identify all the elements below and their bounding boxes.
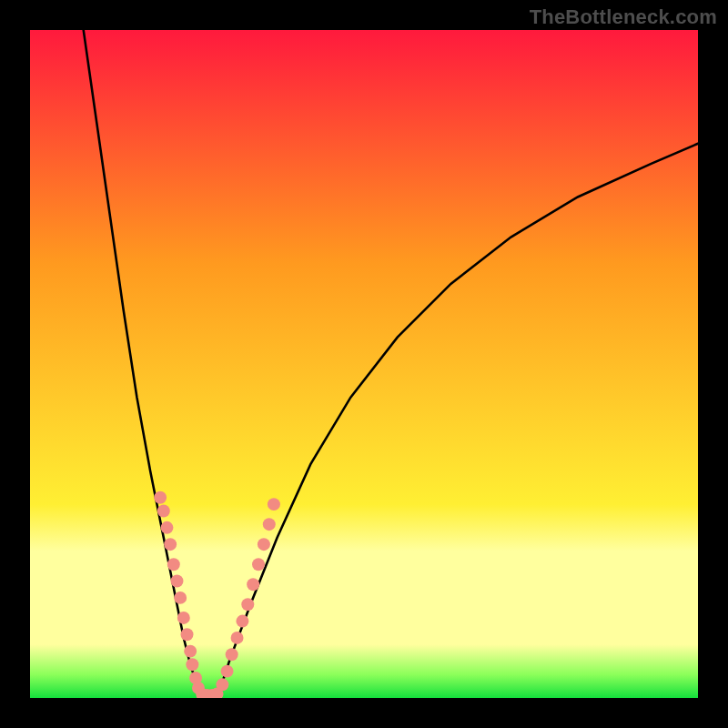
scatter-dot [164, 538, 177, 551]
scatter-dot [154, 491, 167, 504]
scatter-dot [268, 498, 280, 511]
scatter-dot [174, 592, 187, 604]
scatter-dot [160, 521, 173, 534]
scatter-dot [181, 628, 194, 641]
scatter-dot [258, 538, 270, 551]
scatter-dot [184, 645, 197, 658]
scatter-dot [216, 678, 228, 691]
plot-frame [30, 30, 698, 698]
scatter-dot [186, 658, 198, 671]
chart-stage: TheBottleneck.com [0, 0, 728, 728]
scatter-dot [221, 665, 234, 678]
scatter-dot [226, 648, 238, 661]
scatter-dot [171, 575, 184, 588]
watermark-text: TheBottleneck.com [530, 5, 717, 29]
scatter-dot [177, 612, 190, 624]
plot-svg [30, 30, 698, 698]
scatter-dot [247, 578, 259, 591]
scatter-dot [157, 505, 170, 518]
scatter-dot [231, 632, 244, 644]
scatter-dot [236, 615, 248, 628]
gradient-background [30, 30, 698, 698]
scatter-dot [167, 558, 180, 571]
scatter-dot [263, 518, 276, 531]
scatter-dot [241, 598, 254, 611]
scatter-dot [252, 558, 265, 571]
